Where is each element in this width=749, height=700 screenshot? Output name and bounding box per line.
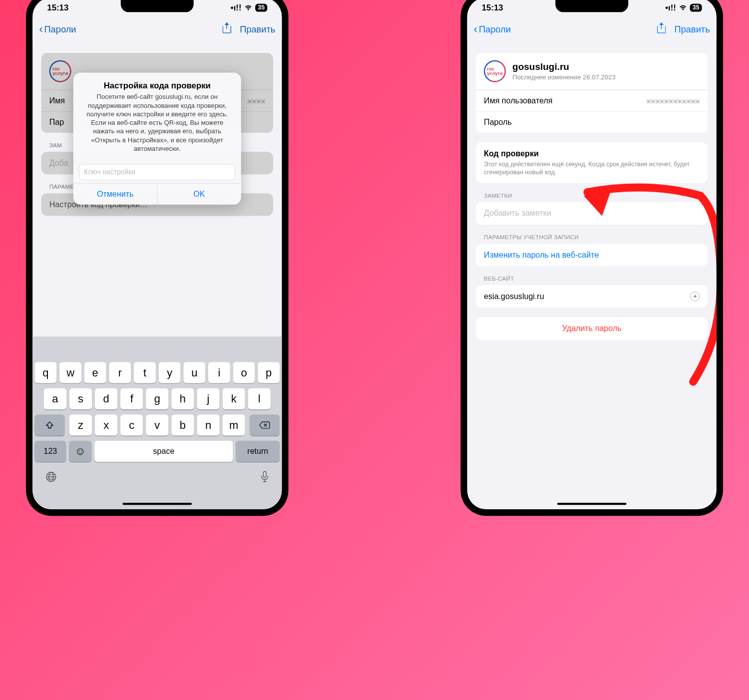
username-row[interactable]: Имя пользователя ✕✕✕✕✕✕✕✕✕✕✕✕ — [476, 90, 708, 111]
backspace-key[interactable] — [250, 414, 280, 435]
status-time: 15:13 — [47, 3, 68, 13]
notch — [555, 0, 628, 12]
safari-icon[interactable] — [690, 292, 700, 301]
key-d[interactable]: d — [95, 388, 117, 409]
site-modified: Последнее изменение 26.07.2023 — [512, 73, 616, 81]
username-value: ✕✕✕✕ — [247, 96, 265, 105]
key-f[interactable]: f — [120, 388, 143, 409]
key-n[interactable]: n — [197, 414, 219, 435]
signal-icon: •ı!! — [665, 3, 676, 13]
verify-desc: Этот код действителен ещё секунд. Когда … — [484, 160, 700, 176]
home-indicator[interactable] — [122, 503, 192, 505]
username-label: Имя пользователя — [484, 96, 552, 105]
key-i[interactable]: i — [208, 362, 230, 383]
website-header: ВЕБ-САЙТ — [476, 276, 708, 285]
key-u[interactable]: u — [183, 362, 205, 383]
mic-icon[interactable] — [260, 471, 270, 486]
content-right: госуслуги gosuslugi.ru Последнее изменен… — [467, 40, 717, 509]
back-button[interactable]: ‹ Пароли — [39, 24, 76, 35]
username-label: Имя — [49, 96, 65, 105]
edit-button[interactable]: Править — [240, 24, 275, 34]
notch — [121, 0, 194, 12]
key-j[interactable]: j — [197, 388, 219, 409]
globe-icon[interactable] — [45, 471, 57, 486]
keyboard-suggestions — [32, 340, 282, 362]
alert-body-text: Посетите веб-сайт gosuslugi.ru, если он … — [81, 93, 233, 153]
key-s[interactable]: s — [69, 388, 92, 409]
alert-title: Настройка кода проверки — [81, 81, 233, 91]
key-w[interactable]: w — [59, 362, 81, 383]
site-domain: gosuslugi.ru — [512, 61, 616, 73]
site-logo: госуслуги — [49, 60, 71, 82]
wifi-icon — [244, 3, 252, 13]
password-row[interactable]: Пароль — [476, 111, 708, 133]
battery-icon: 35 — [255, 4, 267, 12]
signal-icon: •ı!! — [231, 3, 242, 13]
phone-left: 15:13 •ı!! 35 ‹ Пароли Править — [26, 0, 289, 516]
svg-rect-5 — [263, 471, 266, 477]
change-password-button[interactable]: Изменить пароль на веб-сайте — [476, 244, 708, 266]
password-label: Пар — [49, 117, 64, 127]
key-y[interactable]: y — [159, 362, 181, 383]
notes-header: ЗАМЕТКИ — [476, 193, 708, 202]
back-label: Пароли — [44, 24, 76, 34]
website-row[interactable]: esia.gosuslugi.ru — [476, 285, 708, 308]
key-e[interactable]: e — [84, 362, 106, 383]
key-b[interactable]: b — [171, 414, 194, 435]
numbers-key[interactable]: 123 — [35, 441, 66, 462]
key-t[interactable]: t — [134, 362, 156, 383]
verification-code-card[interactable]: Код проверки Этот код действителен ещё с… — [476, 142, 708, 183]
alert-ok-button[interactable]: OK — [157, 184, 241, 205]
return-key[interactable]: return — [236, 441, 280, 462]
emoji-key[interactable]: ☺ — [69, 441, 91, 462]
alert-dialog: Настройка кода проверки Посетите веб-сай… — [73, 73, 241, 205]
keyboard[interactable]: qwertyuiop asdfghjkl zxcvbnm 123 ☺ space… — [32, 337, 282, 509]
key-q[interactable]: q — [35, 362, 57, 383]
key-o[interactable]: o — [233, 362, 255, 383]
space-key[interactable]: space — [94, 441, 233, 462]
key-v[interactable]: v — [146, 414, 168, 435]
nav-bar: ‹ Пароли Править — [32, 18, 282, 40]
nav-bar: ‹ Пароли Править — [467, 18, 717, 40]
key-l[interactable]: l — [248, 388, 271, 409]
edit-button[interactable]: Править — [675, 24, 710, 34]
key-c[interactable]: c — [120, 414, 143, 435]
site-header: госуслуги gosuslugi.ru Последнее изменен… — [476, 53, 708, 90]
verify-title: Код проверки — [484, 149, 700, 158]
key-h[interactable]: h — [171, 388, 194, 409]
share-button[interactable] — [222, 23, 231, 35]
key-k[interactable]: k — [222, 388, 245, 409]
shift-key[interactable] — [35, 414, 65, 435]
key-z[interactable]: z — [69, 414, 92, 435]
account-opts-header: ПАРАМЕТРЫ УЧЕТНОЙ ЗАПИСИ — [476, 234, 708, 244]
back-label: Пароли — [479, 24, 511, 34]
password-label: Пароль — [484, 117, 512, 127]
phone-right: 15:13 •ı!! 35 ‹ Пароли Править — [460, 0, 723, 516]
username-value: ✕✕✕✕✕✕✕✕✕✕✕✕ — [646, 96, 700, 105]
key-g[interactable]: g — [146, 388, 168, 409]
delete-password-button[interactable]: Удалить пароль — [476, 317, 708, 340]
status-time: 15:13 — [482, 3, 503, 13]
chevron-left-icon: ‹ — [39, 24, 42, 35]
alert-cancel-button[interactable]: Отменить — [73, 184, 157, 205]
key-a[interactable]: a — [44, 388, 66, 409]
key-m[interactable]: m — [222, 414, 245, 435]
back-button[interactable]: ‹ Пароли — [474, 24, 511, 35]
key-r[interactable]: r — [109, 362, 131, 383]
site-logo: госуслуги — [484, 60, 506, 82]
chevron-left-icon: ‹ — [474, 24, 477, 35]
website-value: esia.gosuslugi.ru — [484, 292, 544, 301]
home-indicator[interactable] — [557, 503, 627, 505]
notes-field[interactable]: Добавить заметки — [476, 202, 708, 225]
setup-key-input[interactable] — [79, 164, 235, 180]
share-button[interactable] — [657, 23, 666, 35]
battery-icon: 35 — [690, 4, 702, 12]
key-p[interactable]: p — [258, 362, 280, 383]
wifi-icon — [679, 3, 687, 13]
key-x[interactable]: x — [95, 414, 117, 435]
